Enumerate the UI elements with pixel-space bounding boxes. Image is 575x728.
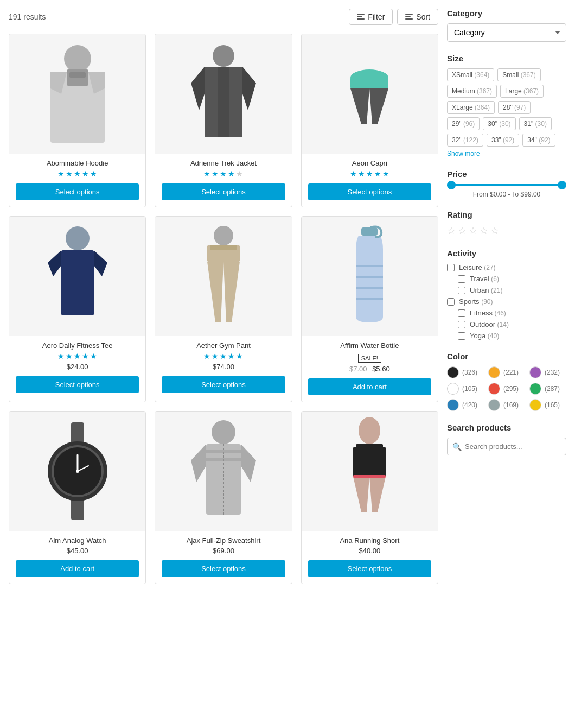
product-card: Aether Gym Pant ★ ★ ★ ★ ★ $74.00 Select …	[155, 216, 292, 402]
color-section: Color (326) (221) (232) (105)	[447, 352, 566, 411]
search-products-input[interactable]	[447, 438, 566, 455]
svg-marker-47	[353, 477, 369, 512]
category-select[interactable]: Category Hoodies Jackets Pants Shorts To…	[447, 23, 566, 42]
color-item-black[interactable]: (326)	[447, 366, 484, 378]
svg-rect-29	[71, 422, 84, 444]
product-name: Aeon Capri	[348, 159, 392, 167]
add-to-cart-button[interactable]: Add to cart	[308, 378, 431, 395]
size-tag[interactable]: XSmall (364)	[447, 68, 494, 81]
product-name: Aim Analog Watch	[44, 536, 111, 545]
activity-item-outdoor[interactable]: Outdoor (14)	[447, 320, 566, 328]
svg-rect-30	[71, 498, 84, 520]
product-price: $7.00 $5.60	[349, 365, 390, 373]
product-price: $45.00	[67, 547, 88, 555]
product-grid: Abominable Hoodie ★ ★ ★ ★ ★ Select optio…	[9, 34, 438, 584]
activity-checkbox-travel[interactable]	[458, 275, 465, 283]
select-options-button[interactable]: Select options	[308, 560, 431, 577]
svg-point-44	[359, 417, 380, 444]
size-tag[interactable]: 29" (96)	[447, 117, 480, 130]
show-more-link[interactable]: Show more	[447, 150, 480, 157]
search-icon: 🔍	[452, 442, 462, 451]
add-to-cart-button[interactable]: Add to cart	[16, 560, 139, 577]
product-name: Aero Daily Fitness Tee	[38, 341, 117, 350]
size-tag[interactable]: XLarge (364)	[447, 101, 495, 114]
color-item-yellow[interactable]: (165)	[529, 399, 566, 411]
sort-button[interactable]: Sort	[397, 9, 438, 25]
svg-point-15	[66, 226, 90, 250]
activity-checkbox-fitness[interactable]	[458, 309, 465, 317]
size-tag[interactable]: 32" (122)	[447, 134, 483, 147]
select-options-button[interactable]: Select options	[308, 183, 431, 200]
color-item-white[interactable]: (105)	[447, 383, 484, 395]
product-price: $24.00	[67, 363, 88, 371]
color-item-blue[interactable]: (420)	[447, 399, 484, 411]
product-name: Abominable Hoodie	[42, 159, 112, 167]
size-tag[interactable]: Small (367)	[497, 68, 540, 81]
color-swatch-blue	[447, 399, 459, 411]
filter-button[interactable]: Filter	[349, 9, 393, 25]
svg-marker-39	[191, 444, 206, 482]
original-price: $7.00	[349, 365, 367, 373]
svg-marker-22	[207, 262, 223, 322]
product-name: Ana Running Short	[335, 536, 404, 545]
product-price: $69.00	[213, 547, 234, 555]
activity-item-urban[interactable]: Urban (21)	[447, 286, 566, 294]
activity-checkbox-urban[interactable]	[458, 287, 465, 294]
select-options-button[interactable]: Select options	[16, 376, 139, 393]
product-name: Adrienne Trek Jacket	[186, 159, 261, 167]
svg-rect-21	[210, 245, 237, 250]
color-item-red[interactable]: (295)	[488, 383, 525, 395]
price-title: Price	[447, 169, 566, 179]
activity-item-fitness[interactable]: Fitness (46)	[447, 309, 566, 317]
slider-track	[447, 184, 566, 186]
activity-checkbox-outdoor[interactable]	[458, 321, 465, 328]
color-item-orange[interactable]: (221)	[488, 366, 525, 378]
size-tag[interactable]: 34" (92)	[522, 134, 555, 147]
svg-rect-24	[361, 227, 378, 236]
activity-item-travel[interactable]: Travel (6)	[447, 275, 566, 283]
activity-checkbox-yoga[interactable]	[458, 332, 465, 340]
color-swatch-yellow	[529, 399, 541, 411]
product-image-7	[9, 412, 145, 531]
color-item-green[interactable]: (287)	[529, 383, 566, 395]
select-options-button[interactable]: Select options	[162, 376, 285, 393]
size-tag[interactable]: 30" (30)	[483, 117, 515, 130]
activity-item-sports[interactable]: Sports (90)	[447, 297, 566, 306]
size-tag[interactable]: Medium (367)	[447, 85, 497, 98]
activity-item-yoga[interactable]: Yoga (40)	[447, 332, 566, 340]
size-tag[interactable]: 28" (97)	[498, 101, 531, 114]
product-stars: ★ ★ ★ ★ ★	[203, 169, 243, 178]
product-image-8	[155, 412, 291, 531]
rating-star[interactable]: ☆	[469, 225, 477, 237]
size-tag[interactable]: Large (367)	[500, 85, 544, 98]
size-tag[interactable]: 33" (92)	[487, 134, 519, 147]
rating-star[interactable]: ☆	[447, 225, 456, 237]
rating-star[interactable]: ☆	[458, 225, 467, 237]
rating-star[interactable]: ☆	[490, 225, 499, 237]
slider-thumb-max[interactable]	[558, 181, 566, 189]
size-tag[interactable]: 31" (30)	[519, 117, 552, 130]
product-card: Ana Running Short $40.00 Select options	[301, 411, 438, 584]
activity-checkbox-leisure[interactable]	[447, 264, 455, 271]
color-item-purple[interactable]: (232)	[529, 366, 566, 378]
slider-thumb-min[interactable]	[447, 181, 456, 189]
activity-section: Activity Leisure (27) Travel (6) Urban (…	[447, 249, 566, 340]
select-options-button[interactable]: Select options	[16, 183, 139, 200]
svg-rect-10	[218, 67, 229, 137]
svg-marker-9	[242, 67, 256, 110]
svg-point-37	[212, 420, 235, 444]
price-slider	[447, 184, 566, 186]
activity-item-leisure[interactable]: Leisure (27)	[447, 263, 566, 271]
select-options-button[interactable]: Select options	[162, 560, 285, 577]
color-item-gray[interactable]: (169)	[488, 399, 525, 411]
product-stars: ★ ★ ★ ★ ★	[58, 352, 97, 360]
product-card: Aero Daily Fitness Tee ★ ★ ★ ★ ★ $24.00 …	[9, 216, 146, 402]
activity-checkbox-sports[interactable]	[447, 298, 455, 306]
product-card: Abominable Hoodie ★ ★ ★ ★ ★ Select optio…	[9, 34, 146, 207]
select-options-button[interactable]: Select options	[162, 183, 285, 200]
sidebar: Category Category Hoodies Jackets Pants …	[447, 9, 566, 584]
svg-point-19	[214, 226, 233, 245]
rating-star[interactable]: ☆	[480, 225, 488, 237]
svg-rect-16	[61, 250, 94, 315]
results-count: 191 results	[9, 12, 46, 21]
